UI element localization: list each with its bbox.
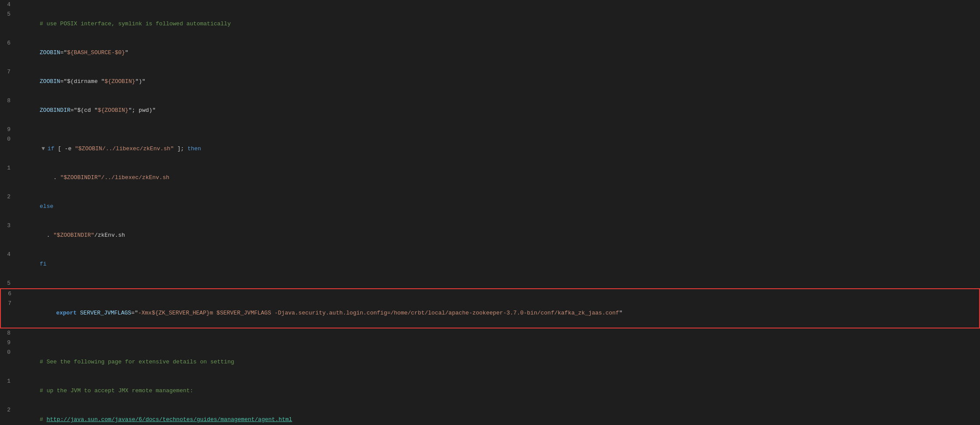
code-line: 4 (0, 0, 980, 10)
code-line: 4 fi (0, 250, 980, 279)
code-line: 9 (0, 125, 980, 135)
code-line: 7 ZOOBIN="$(dirname "${ZOOBIN}")" (0, 67, 980, 96)
code-line: 2 # http://java.sun.com/javase/6/docs/te… (0, 405, 980, 425)
code-line: 5 (0, 279, 980, 288)
fold-icon[interactable]: ▼ (40, 145, 47, 152)
code-line: 0 # See the following page for extensive… (0, 348, 980, 377)
code-line: 8 ZOOBINDIR="$(cd "${ZOOBIN}"; pwd)" (0, 96, 980, 125)
code-editor: 4 5 # use POSIX interface, symlink is fo… (0, 0, 980, 425)
code-line: 6 (1, 289, 979, 299)
code-line: 1 # up the JVM to accept JMX remote mana… (0, 377, 980, 405)
highlighted-export-block: 6 7 export SERVER_JVMFLAGS="-Xmx${ZK_SER… (0, 288, 980, 328)
code-line: 8 (0, 328, 980, 338)
code-line: 9 (0, 338, 980, 348)
code-line: 3 . "$ZOOBINDIR"/zkEnv.sh (0, 221, 980, 250)
code-line: 1 . "$ZOOBINDIR"/../libexec/zkEnv.sh (0, 163, 980, 192)
code-line: 5 # use POSIX interface, symlink is foll… (0, 10, 980, 38)
code-line-export: 7 export SERVER_JVMFLAGS="-Xmx${ZK_SERVE… (1, 299, 979, 328)
code-line: 6 ZOOBIN="${BASH_SOURCE-$0}" (0, 38, 980, 67)
code-line: 2 else (0, 192, 980, 221)
code-line: 0 ▼if [ -e "$ZOOBIN/../libexec/zkEnv.sh"… (0, 135, 980, 163)
